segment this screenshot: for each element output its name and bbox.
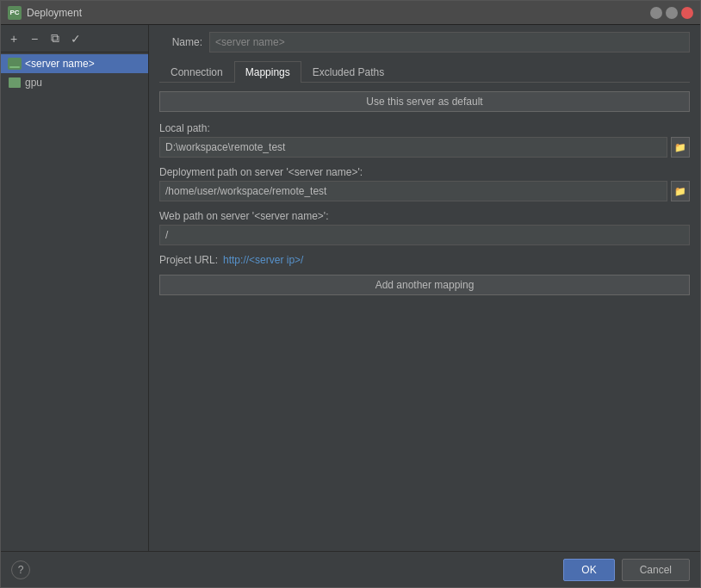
tab-connection[interactable]: Connection bbox=[159, 61, 234, 83]
name-label: Name: bbox=[159, 36, 202, 48]
use-default-button[interactable]: Use this server as default bbox=[159, 91, 690, 112]
footer: ? OK Cancel bbox=[1, 551, 700, 587]
deployment-path-browse-button[interactable]: 📁 bbox=[671, 181, 690, 201]
name-input[interactable] bbox=[209, 32, 690, 53]
minimize-button[interactable] bbox=[650, 7, 662, 19]
local-path-group: Local path: 📁 bbox=[159, 122, 690, 158]
folder-icon: 📁 bbox=[674, 142, 686, 153]
content-area: + − ⧉ ✓ <server name> gpu bbox=[1, 25, 700, 551]
tabs-row: Connection Mappings Excluded Paths bbox=[159, 61, 690, 83]
gpu-icon bbox=[8, 76, 22, 90]
web-path-label: Web path on server '<server name>': bbox=[159, 210, 690, 222]
deployment-path-label: Deployment path on server '<server name>… bbox=[159, 166, 690, 178]
local-path-input-row: 📁 bbox=[159, 137, 690, 158]
title-bar: PC Deployment bbox=[1, 1, 700, 25]
server-icon bbox=[8, 57, 22, 71]
tab-mappings[interactable]: Mappings bbox=[234, 61, 301, 83]
close-button[interactable] bbox=[681, 7, 693, 19]
footer-actions: OK Cancel bbox=[563, 559, 690, 581]
local-path-label: Local path: bbox=[159, 122, 690, 134]
deployment-window: PC Deployment + − ⧉ ✓ <server nam bbox=[0, 0, 701, 588]
deployment-path-input[interactable] bbox=[159, 181, 667, 201]
help-button[interactable]: ? bbox=[11, 560, 30, 579]
web-path-input-row bbox=[159, 225, 690, 245]
sidebar: + − ⧉ ✓ <server name> gpu bbox=[1, 25, 149, 551]
cancel-button[interactable]: Cancel bbox=[622, 559, 690, 581]
sidebar-item-label: gpu bbox=[25, 77, 42, 89]
sidebar-item-label: <server name> bbox=[25, 58, 95, 70]
add-server-button[interactable]: + bbox=[4, 29, 23, 48]
sidebar-item-server-name[interactable]: <server name> bbox=[1, 54, 148, 73]
deployment-path-group: Deployment path on server '<server name>… bbox=[159, 166, 690, 201]
app-icon: PC bbox=[8, 6, 22, 20]
web-path-group: Web path on server '<server name>': bbox=[159, 210, 690, 245]
web-path-input[interactable] bbox=[159, 225, 690, 245]
sidebar-toolbar: + − ⧉ ✓ bbox=[1, 25, 148, 53]
local-path-input[interactable] bbox=[159, 137, 667, 158]
remove-server-button[interactable]: − bbox=[25, 29, 44, 48]
ok-button[interactable]: OK bbox=[563, 559, 614, 581]
copy-server-button[interactable]: ⧉ bbox=[46, 29, 65, 48]
local-path-browse-button[interactable]: 📁 bbox=[671, 137, 690, 158]
folder-icon: 📁 bbox=[674, 186, 686, 197]
add-mapping-button[interactable]: Add another mapping bbox=[159, 275, 690, 295]
server-tree: <server name> gpu bbox=[1, 53, 148, 551]
window-title: Deployment bbox=[27, 7, 645, 19]
main-panel: Name: Connection Mappings Excluded Paths… bbox=[149, 25, 700, 551]
project-url-row: Project URL: http://<server ip>/ bbox=[159, 254, 690, 266]
project-url-label: Project URL: bbox=[159, 254, 218, 266]
name-row: Name: bbox=[159, 32, 690, 53]
window-controls bbox=[650, 7, 693, 19]
project-url-link[interactable]: http://<server ip>/ bbox=[223, 254, 303, 266]
check-server-button[interactable]: ✓ bbox=[66, 29, 85, 48]
tab-excluded-paths[interactable]: Excluded Paths bbox=[301, 61, 395, 83]
sidebar-item-gpu[interactable]: gpu bbox=[1, 73, 148, 92]
maximize-button[interactable] bbox=[666, 7, 678, 19]
deployment-path-input-row: 📁 bbox=[159, 181, 690, 201]
